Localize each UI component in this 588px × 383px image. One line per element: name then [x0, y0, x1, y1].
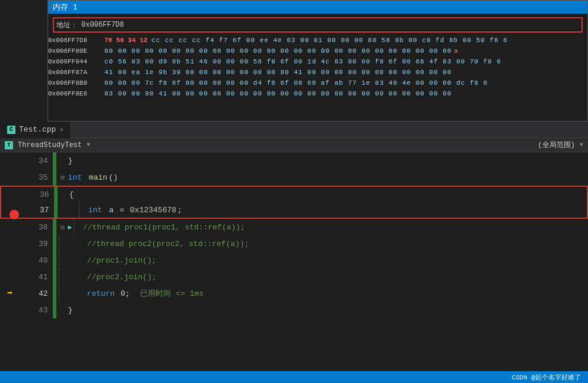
mem-addr: 0x006FF80E [48, 46, 104, 56]
code-content-39: //thread proc2(proc2, std::ref(a)); [87, 240, 588, 248]
mem-bytes: 83 00 00 80 41 00 00 00 00 00 00 00 00 0… [104, 88, 452, 99]
code-content-34: } [68, 157, 588, 165]
breadcrumb-text: ThreadStudyTest [18, 141, 82, 149]
line-number-41: 41 [18, 273, 53, 282]
memory-row: 0x006FF87A 41 00 ea 1e 9b 39 00 00 00 00… [48, 67, 587, 78]
mem-addr: 0x006FF8B0 [48, 78, 104, 88]
play-arrow-38: ▶ [68, 223, 72, 232]
mem-addr: 0x006FF87A [48, 67, 104, 78]
code-line-39: 39 //thread proc2(proc2, std::ref(a)); [0, 235, 588, 252]
memory-row: 0x006FF844 c0 56 83 00 d9 6b 51 46 00 00… [48, 56, 587, 67]
code-content-42: return 0; 已用时间 <= 1ms [87, 288, 588, 299]
code-assign: = [115, 206, 129, 215]
memory-row: 0x006FF80E 00 00 00 00 00 00 00 00 00 00… [48, 46, 587, 56]
mem-ascii: a [454, 46, 458, 56]
scope-dropdown[interactable]: ▼ [580, 142, 583, 148]
hex-value: 0x12345678 [130, 206, 176, 215]
code-content-36: { [69, 190, 587, 199]
func-main: main [89, 173, 107, 182]
return-value: 0; [116, 289, 129, 298]
code-line-35: 35 ⊟ int main () [0, 169, 588, 186]
keyword-int-37: int [88, 206, 102, 215]
line-number-36: 36 [19, 190, 54, 199]
line-number-43: 43 [18, 306, 53, 315]
tab-bar: C Test.cpp ✕ [0, 122, 588, 138]
code-semi: ; [177, 206, 182, 215]
code-space [83, 173, 88, 182]
tab-label: Test.cpp [19, 125, 56, 134]
tab-close-button[interactable]: ✕ [59, 126, 63, 133]
address-value: 0x006FF7D8 [81, 21, 124, 29]
mem-bytes: 00 00 00 00 00 00 00 00 00 00 00 00 00 0… [104, 46, 452, 56]
line-number-35: 35 [18, 173, 53, 182]
breadcrumb-dropdown[interactable]: ▼ [87, 142, 90, 148]
comment-39: //thread proc2(proc2, std::ref(a)); [87, 240, 249, 248]
status-bar: CSDN @起个名字好难了 [0, 371, 588, 383]
memory-title-bar: 内存 1 [48, 1, 587, 14]
collapse-icon-35[interactable]: ⊟ [59, 174, 67, 181]
line-gutter-41 [53, 269, 56, 285]
var-a: a [109, 206, 114, 215]
code-line-36: 36 { [0, 186, 588, 202]
line-gutter-43 [53, 302, 56, 318]
tab-item-test-cpp[interactable]: C Test.cpp ✕ [0, 122, 71, 138]
code-line-38: 38 ⊟ ▶ //thread proc1(proc1, std::ref(a)… [0, 219, 588, 235]
memory-row: 0x006FF7D8 78 56 34 12 cc cc cc cc f4 f7… [48, 35, 587, 46]
code-content-40: //proc1.join(); [87, 256, 588, 265]
comment-40: //proc1.join(); [87, 256, 157, 265]
breakpoint-dot [9, 210, 19, 219]
code-content-37: int a = 0x12345678 ; [88, 206, 587, 215]
line-number-39: 39 [18, 240, 53, 248]
line-gutter-34 [53, 152, 56, 169]
timing-info: 已用时间 <= 1ms [131, 288, 204, 299]
keyword-return: return [87, 289, 115, 298]
line-number-40: 40 [18, 256, 53, 265]
scope-label: (全局范围) [538, 140, 575, 150]
line-gutter-35 [53, 169, 56, 186]
mem-addr: 0x006FF844 [48, 56, 104, 67]
mem-bytes: c0 56 83 00 d9 6b 51 46 00 00 00 58 f8 6… [104, 56, 501, 67]
code-line-42: ➡ 42 return 0; 已用时间 <= 1ms [0, 285, 588, 302]
collapse-icon-38[interactable]: ⊟ [59, 224, 67, 231]
line-number-34: 34 [18, 157, 53, 165]
mem-bytes: 00 00 00 7c f8 6f 00 00 00 00 00 d4 f8 6… [104, 78, 488, 88]
mem-bytes: 41 00 ea 1e 9b 39 00 00 00 00 00 00 00 8… [104, 67, 452, 78]
memory-panel: 内存 1 地址： 0x006FF7D8 0x006FF7D8 78 56 34 … [47, 0, 588, 122]
memory-row: 0x006FF8E6 83 00 00 80 41 00 00 00 00 00… [48, 88, 587, 99]
code-parens: () [109, 173, 118, 182]
keyword-int: int [68, 173, 82, 182]
code-line-34: 34 } [0, 152, 588, 169]
code-content-35: int main () [68, 173, 588, 182]
line-gutter-36 [54, 187, 58, 202]
memory-title: 内存 1 [53, 2, 78, 12]
code-line-41: 41 //proc2.join(); [0, 269, 588, 285]
exec-arrow: ➡ [7, 289, 13, 298]
comment-41: //proc2.join(); [87, 273, 157, 282]
comment-38: //thread proc1(proc1, std::ref(a)); [83, 223, 245, 232]
editor-area: C Test.cpp ✕ T ThreadStudyTest ▼ (全局范围) … [0, 122, 588, 371]
memory-row: 0x006FF8B0 00 00 00 7c f8 6f 00 00 00 00… [48, 78, 587, 88]
mem-addr: 0x006FF7D8 [48, 35, 104, 46]
memory-address-bar[interactable]: 地址： 0x006FF7D8 [53, 17, 583, 33]
line-gutter-40 [53, 252, 56, 269]
line-number-38: 38 [18, 223, 53, 232]
line-number-37: 37 [19, 206, 54, 215]
file-icon: C [7, 126, 15, 134]
breadcrumb-icon: T [5, 141, 13, 149]
status-text: CSDN @起个名字好难了 [511, 373, 581, 382]
line-gutter-39 [53, 235, 56, 252]
line-gutter-38 [53, 219, 56, 235]
line-gutter-42 [53, 285, 56, 302]
line-gutter-37 [54, 202, 58, 218]
code-line-40: 40 //proc1.join(); [0, 252, 588, 269]
mem-addr: 0x006FF8E6 [48, 88, 104, 99]
code-content-38: //thread proc1(proc1, std::ref(a)); [83, 223, 588, 232]
memory-content-area: 0x006FF7D8 78 56 34 12 cc cc cc cc f4 f7… [48, 35, 587, 99]
address-label: 地址： [56, 20, 78, 30]
mem-highlighted-bytes: 78 56 34 12 [104, 35, 151, 46]
line-number-42: 42 [18, 289, 53, 298]
breadcrumb-bar: T ThreadStudyTest ▼ (全局范围) ▼ [0, 138, 588, 152]
code-area: 34 } 35 ⊟ int main () 36 { [0, 152, 588, 371]
mem-bytes: cc cc cc cc f4 f7 6f 00 ee 4e 83 00 01 0… [151, 35, 508, 46]
code-line-43: 43 } [0, 302, 588, 318]
